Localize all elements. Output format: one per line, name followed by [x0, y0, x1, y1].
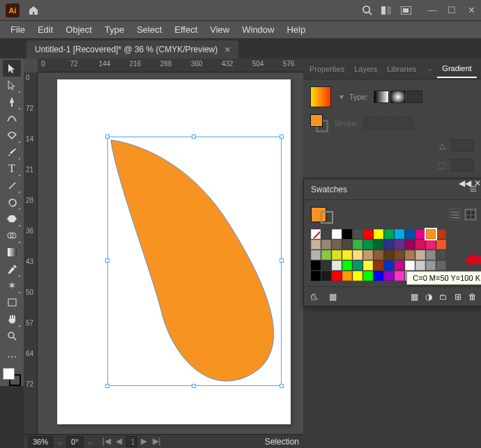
swatch[interactable]: [405, 250, 415, 260]
new-swatch-icon[interactable]: ⊞: [455, 292, 461, 302]
swatch[interactable]: [363, 271, 373, 281]
swatch-kinds-icon[interactable]: ▦: [329, 292, 337, 302]
gradient-fill-indicator[interactable]: [310, 114, 323, 127]
swatch[interactable]: [321, 261, 331, 270]
swatch[interactable]: [384, 261, 394, 270]
handle-ne[interactable]: [280, 134, 284, 139]
menu-window[interactable]: Window: [236, 24, 280, 35]
zoom-tool[interactable]: [3, 327, 21, 344]
handle-w[interactable]: [105, 258, 109, 263]
tab-libraries[interactable]: Libraries: [382, 61, 421, 77]
swatch[interactable]: [426, 240, 436, 249]
handle-s[interactable]: [192, 384, 196, 388]
tab-properties[interactable]: Properties: [305, 61, 349, 77]
swatch[interactable]: [353, 229, 362, 239]
swatch[interactable]: [311, 271, 321, 281]
rotation-field[interactable]: 0°: [66, 436, 84, 447]
swatch[interactable]: [415, 261, 425, 270]
swatch[interactable]: [395, 271, 404, 281]
handle-sw[interactable]: [105, 384, 109, 388]
swatch[interactable]: [426, 229, 436, 239]
maximize-button[interactable]: ☐: [442, 3, 461, 18]
close-panel-icon[interactable]: ✕: [474, 178, 481, 188]
swatch[interactable]: [321, 250, 331, 260]
nav-next[interactable]: ▶: [139, 436, 150, 447]
swatch[interactable]: [342, 250, 352, 260]
handle-se[interactable]: [280, 384, 284, 388]
menu-edit[interactable]: Edit: [31, 24, 59, 35]
gradient-preview[interactable]: [310, 86, 331, 107]
swatch[interactable]: [436, 250, 446, 260]
swatch[interactable]: [342, 240, 352, 249]
paintbrush-tool[interactable]: [3, 144, 21, 160]
fill-stroke-indicator[interactable]: [3, 368, 21, 386]
swatch[interactable]: [395, 250, 404, 260]
swatch[interactable]: [405, 261, 415, 270]
document-tab[interactable]: Untitled-1 [Recovered]* @ 36 % (CMYK/Pre…: [26, 40, 238, 59]
nav-page[interactable]: 1: [126, 436, 137, 447]
new-folder-icon[interactable]: 🗀: [439, 292, 448, 302]
swatch[interactable]: [332, 271, 342, 281]
swatch[interactable]: [332, 250, 342, 260]
handle-n[interactable]: [192, 134, 196, 139]
swatch[interactable]: [374, 250, 383, 260]
nav-prev[interactable]: ◀: [114, 436, 125, 447]
swatch[interactable]: [311, 261, 321, 270]
symbol-sprayer-tool[interactable]: ✶: [3, 277, 21, 294]
close-button[interactable]: ✕: [461, 3, 481, 18]
swatch[interactable]: [374, 261, 383, 270]
swatch[interactable]: [311, 240, 321, 249]
zoom-field[interactable]: 36%: [28, 436, 53, 447]
swatch[interactable]: [426, 261, 436, 270]
swatch[interactable]: [321, 271, 331, 281]
edit-toolbar-button[interactable]: ⋯: [3, 348, 21, 365]
minimize-button[interactable]: —: [422, 3, 442, 18]
libraries-dropdown-icon[interactable]: ⌵: [422, 60, 437, 77]
menu-object[interactable]: Object: [59, 24, 98, 35]
handle-nw[interactable]: [105, 134, 109, 139]
fill-swatch[interactable]: [3, 368, 15, 380]
swatch-libraries-icon[interactable]: ⎙.: [311, 292, 318, 302]
workspace-icon[interactable]: [376, 1, 396, 20]
swatch[interactable]: [363, 240, 373, 249]
gradient-tool[interactable]: [3, 244, 21, 261]
menu-help[interactable]: Help: [280, 24, 312, 35]
swatch[interactable]: [436, 229, 446, 239]
swatch[interactable]: [353, 240, 362, 249]
swatch[interactable]: [342, 229, 352, 239]
pen-tool[interactable]: [3, 93, 21, 110]
swatch[interactable]: [321, 229, 331, 239]
search-icon[interactable]: [357, 1, 376, 20]
current-stroke-swatch[interactable]: [321, 211, 333, 224]
swatch[interactable]: [321, 240, 331, 249]
swatch[interactable]: [384, 250, 394, 260]
handle-e[interactable]: [280, 258, 284, 263]
line-tool[interactable]: [3, 177, 21, 194]
tab-gradient[interactable]: Gradient: [437, 60, 476, 78]
swatch[interactable]: [436, 240, 446, 249]
swatch[interactable]: [311, 229, 321, 239]
swatch[interactable]: [415, 240, 425, 249]
swatch[interactable]: [342, 261, 352, 270]
list-view-button[interactable]: [449, 208, 461, 221]
direct-selection-tool[interactable]: [3, 77, 21, 93]
menu-view[interactable]: View: [204, 24, 236, 35]
freeform-gradient-button[interactable]: [407, 91, 422, 103]
swatch-options-icon[interactable]: ▦: [411, 292, 418, 302]
eyedropper-tool[interactable]: [3, 261, 21, 277]
swatch[interactable]: [353, 261, 362, 270]
shapebuilder-tool[interactable]: [3, 227, 21, 244]
menu-effect[interactable]: Effect: [168, 24, 204, 35]
swatch[interactable]: [363, 261, 373, 270]
swatch[interactable]: [384, 240, 394, 249]
collapse-icon[interactable]: ◀◀: [459, 178, 471, 188]
color-group-icon[interactable]: ◑: [425, 292, 432, 302]
swatch[interactable]: [395, 229, 404, 239]
home-icon[interactable]: [24, 1, 43, 20]
tab-layers[interactable]: Layers: [349, 61, 382, 77]
canvas[interactable]: [38, 72, 303, 434]
swatch[interactable]: [384, 271, 394, 281]
swatch[interactable]: [332, 261, 342, 270]
rotate-tool[interactable]: [3, 194, 21, 210]
swatch[interactable]: [374, 229, 383, 239]
